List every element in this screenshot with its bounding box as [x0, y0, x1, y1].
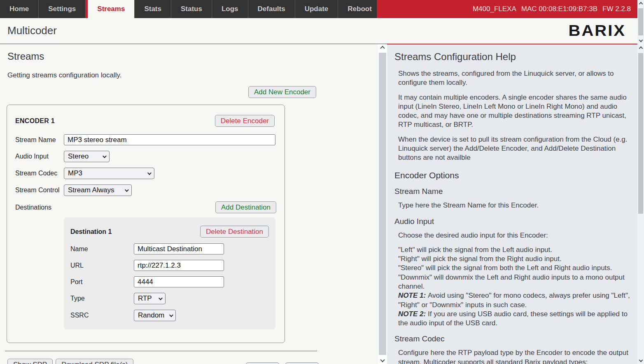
chevron-down-icon	[380, 357, 385, 362]
encoder-title: ENCODER 1	[15, 117, 55, 125]
device-mac: MAC 00:08:E1:09:B7:3B	[521, 5, 597, 13]
help-line: "Downmix" will downmix the Left and Righ…	[394, 273, 632, 292]
page-header: Multicoder BARIX	[0, 18, 637, 44]
device-name: M400_FLEXA	[473, 5, 516, 13]
footer-divider	[5, 351, 317, 351]
chevron-up-icon	[639, 46, 643, 50]
help-heading-audio-input: Audio Input	[394, 217, 632, 226]
audio-input-selected-value: Stereo	[68, 152, 89, 161]
delete-destination-button[interactable]: Delete Destination	[200, 226, 269, 238]
stream-name-input[interactable]	[64, 134, 275, 145]
help-heading-stream-name: Stream Name	[394, 187, 632, 196]
help-paragraph: When the device is set to pull its strea…	[394, 135, 632, 163]
destination-port-label: Port	[70, 278, 134, 286]
add-destination-button[interactable]: Add Destination	[215, 201, 276, 213]
destination-ssrc-select[interactable]: Random	[134, 310, 176, 321]
encoder-panel: ENCODER 1 Delete Encoder Stream Name Aud…	[7, 105, 285, 343]
destination-ssrc-label: SSRC	[70, 312, 134, 319]
help-panel: Streams Configuration Help Shows the str…	[387, 44, 637, 364]
device-info-bar: M400_FLEXA MAC 00:08:E1:09:B7:3B FW 2.2.…	[377, 0, 637, 18]
cancel-button[interactable]: Cancel	[246, 362, 279, 364]
chevron-up-icon	[380, 46, 385, 50]
help-scrollbar-thumb[interactable]	[638, 53, 643, 214]
help-line: "Left" will pick the signal from the Lef…	[394, 245, 632, 254]
help-paragraph: Choose the desired audio input for this …	[394, 231, 632, 240]
chevron-down-icon	[147, 171, 152, 175]
help-line: "Stereo" will pick the signal from both …	[394, 264, 632, 273]
submit-button[interactable]: Submit	[285, 362, 319, 364]
destination-port-input[interactable]	[134, 276, 224, 287]
nav-tab-reboot[interactable]: Reboot	[338, 0, 382, 18]
barix-logo: BARIX	[569, 22, 626, 39]
help-audio-input-lines: "Left" will pick the signal from the Lef…	[394, 245, 632, 328]
help-frame-scrollbar	[637, 44, 644, 364]
streams-section-title: Streams	[7, 51, 317, 62]
destination-name-input[interactable]	[134, 243, 224, 254]
nav-tab-defaults[interactable]: Defaults	[248, 0, 295, 18]
nav-tab-settings[interactable]: Settings	[39, 0, 86, 18]
help-title: Streams Configuration Help	[394, 51, 632, 63]
scroll-up-icon[interactable]	[637, 44, 644, 52]
add-new-encoder-button[interactable]: Add New Encoder	[248, 86, 316, 98]
help-note-1: NOTE 1:Avoid using "Stereo" for mono cod…	[394, 291, 632, 310]
chevron-down-icon	[125, 188, 129, 192]
stream-control-label: Stream Control	[15, 187, 64, 194]
destination-ssrc-selected-value: Random	[138, 311, 164, 320]
delete-encoder-button[interactable]: Delete Encoder	[215, 115, 275, 127]
show-sdp-button[interactable]: Show SDP	[7, 359, 53, 364]
help-paragraph: Shows the streams, configured from the L…	[394, 69, 632, 88]
chevron-down-icon	[639, 38, 643, 42]
destination-panel: Destination 1 Delete Destination Name UR…	[64, 217, 275, 329]
main-scrollbar-thumb[interactable]	[379, 53, 386, 355]
stream-control-selected-value: Stream Always	[68, 186, 114, 194]
scroll-down-icon[interactable]	[637, 36, 644, 44]
scroll-up-icon[interactable]	[637, 0, 644, 7]
scroll-down-icon[interactable]	[378, 356, 387, 364]
nav-tab-status[interactable]: Status	[171, 0, 212, 18]
help-paragraph: Configure here the RTP payload type by t…	[394, 348, 632, 364]
page-scrollbar	[637, 0, 644, 44]
destination-name-label: Name	[70, 245, 134, 253]
chevron-down-icon	[639, 358, 643, 362]
scroll-down-icon[interactable]	[637, 356, 644, 364]
nav-tab-logs[interactable]: Logs	[212, 0, 248, 18]
stream-codec-select[interactable]: MP3	[64, 168, 154, 179]
help-heading-stream-codec: Stream Codec	[394, 334, 632, 343]
help-paragraph: It may contain multiple encoders. A sing…	[394, 93, 632, 130]
nav-tab-update[interactable]: Update	[295, 0, 338, 18]
chevron-up-icon	[639, 2, 643, 6]
scroll-up-icon[interactable]	[378, 44, 387, 52]
help-paragraph: Type here the Stream Name for this Encod…	[394, 201, 632, 210]
streams-config-frame: Streams Getting streams configuration lo…	[0, 44, 378, 364]
device-firmware: FW 2.2.8	[602, 5, 631, 13]
destinations-label: Destinations	[15, 204, 51, 211]
destination-type-select[interactable]: RTP	[134, 293, 166, 304]
help-note-2: NOTE 2:If you are using USB audio card, …	[394, 310, 632, 328]
stream-name-label: Stream Name	[15, 136, 64, 144]
nav-tab-home[interactable]: Home	[0, 0, 39, 18]
destination-title: Destination 1	[70, 228, 112, 236]
stream-codec-label: Stream Codec	[15, 170, 64, 177]
destination-url-label: URL	[70, 262, 134, 269]
nav-tab-stats[interactable]: Stats	[135, 0, 171, 18]
destination-url-input[interactable]	[134, 260, 224, 271]
destination-type-label: Type	[70, 295, 134, 302]
config-status-text: Getting streams configuration locally.	[7, 71, 317, 79]
chevron-down-icon	[169, 313, 173, 317]
help-line: "Right" will pick the signal from the Ri…	[394, 254, 632, 264]
top-navbar: Home Settings Streams Stats Status Logs …	[0, 0, 637, 18]
help-heading-encoder-options: Encoder Options	[394, 170, 632, 180]
audio-input-label: Audio Input	[15, 153, 64, 160]
page-scrollbar-thumb[interactable]	[638, 8, 643, 35]
destination-type-selected-value: RTP	[138, 294, 152, 303]
main-frame-scrollbar	[378, 44, 387, 364]
download-sdp-button[interactable]: Download SDP file(s)	[56, 359, 133, 364]
chevron-down-icon	[103, 154, 107, 158]
stream-control-select[interactable]: Stream Always	[64, 184, 132, 196]
page-title: Multicoder	[7, 24, 57, 37]
nav-tab-streams[interactable]: Streams	[86, 0, 135, 18]
audio-input-select[interactable]: Stereo	[64, 151, 110, 162]
chevron-down-icon	[159, 296, 163, 300]
stream-codec-selected-value: MP3	[68, 169, 82, 177]
